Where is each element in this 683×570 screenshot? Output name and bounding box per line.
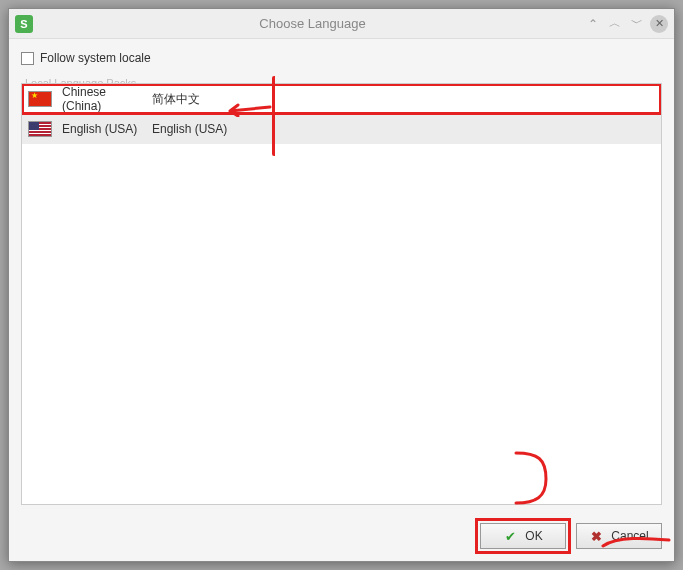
choose-language-dialog: S Choose Language ⌃ ︿ ﹀ ✕ Follow system … — [8, 8, 675, 562]
language-row-english[interactable]: English (USA) English (USA) — [22, 114, 661, 144]
cancel-label: Cancel — [611, 529, 648, 543]
check-icon: ✔ — [503, 529, 517, 543]
ok-label: OK — [525, 529, 542, 543]
cancel-button[interactable]: ✖ Cancel — [576, 523, 662, 549]
chevron-up-icon[interactable]: ︿ — [606, 15, 624, 33]
ok-button[interactable]: ✔ OK — [480, 523, 566, 549]
follow-locale-label: Follow system locale — [40, 51, 151, 65]
app-icon: S — [15, 15, 33, 33]
window-controls: ⌃ ︿ ﹀ ✕ — [584, 15, 668, 33]
dialog-body: Follow system locale Local Language Pack… — [9, 39, 674, 513]
checkbox-icon[interactable] — [21, 52, 34, 65]
window-title: Choose Language — [41, 16, 584, 31]
language-row-chinese[interactable]: Chinese (China) 简体中文 — [22, 84, 661, 114]
roll-up-icon[interactable]: ⌃ — [584, 15, 602, 33]
language-name: English (USA) — [62, 122, 142, 136]
chevron-down-icon[interactable]: ﹀ — [628, 15, 646, 33]
close-icon[interactable]: ✕ — [650, 15, 668, 33]
flag-us-icon — [28, 121, 52, 137]
language-list: Chinese (China) 简体中文 English (USA) Engli… — [21, 83, 662, 505]
follow-locale-checkbox[interactable]: Follow system locale — [21, 51, 662, 65]
language-name: Chinese (China) — [62, 85, 142, 113]
titlebar: S Choose Language ⌃ ︿ ﹀ ✕ — [9, 9, 674, 39]
language-native: 简体中文 — [152, 91, 200, 108]
language-native: English (USA) — [152, 122, 227, 136]
dialog-buttons: ✔ OK ✖ Cancel — [9, 513, 674, 561]
cancel-icon: ✖ — [589, 529, 603, 543]
flag-cn-icon — [28, 91, 52, 107]
